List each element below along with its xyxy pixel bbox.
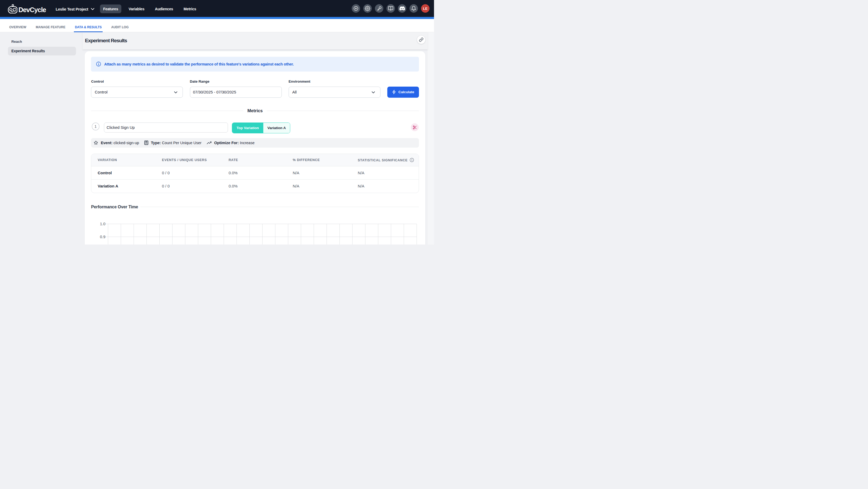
svg-text:0.9: 0.9	[100, 234, 105, 239]
svg-text:1.0: 1.0	[100, 222, 105, 226]
